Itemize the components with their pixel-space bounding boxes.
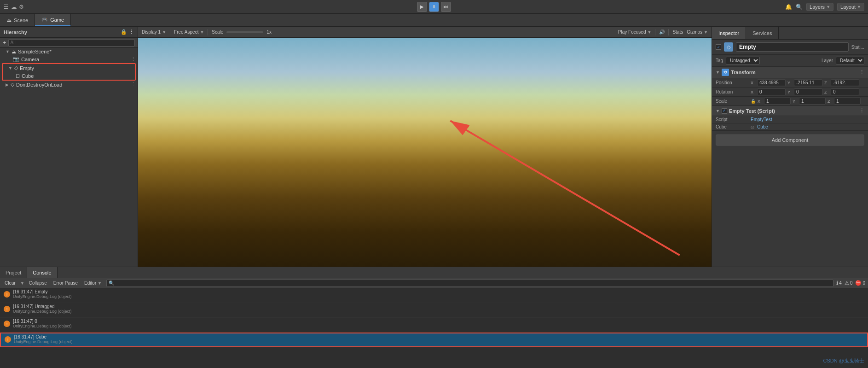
- gizmos-btn[interactable]: Gizmos ▼: [687, 29, 708, 35]
- console-tab-btn[interactable]: Console: [27, 267, 57, 278]
- object-name-input[interactable]: [736, 42, 849, 52]
- pause-button[interactable]: ⏸: [429, 2, 439, 12]
- layer-dropdown[interactable]: Default: [836, 57, 864, 64]
- log-main-2: [16:31:47] 0: [13, 319, 864, 324]
- rotation-z-input[interactable]: [831, 88, 859, 95]
- add-component-button[interactable]: Add Component: [716, 134, 864, 146]
- tag-dropdown[interactable]: Untagged: [726, 57, 760, 64]
- hierarchy-menu-icon[interactable]: ⋮: [129, 29, 134, 35]
- layers-button[interactable]: Layers ▼: [806, 3, 833, 11]
- hamburger-icon[interactable]: ☰: [4, 4, 9, 10]
- log-text-3: [16:31:47] Cube UnityEngine.Debug:Log (o…: [14, 334, 863, 344]
- position-z-group: Z: [824, 79, 859, 86]
- console-toolbar: Clear ▼ Collapse Error Pause Editor ▼ ℹ …: [0, 278, 868, 288]
- stats-label: Stats: [672, 29, 683, 35]
- settings-icon[interactable]: ⚙: [19, 4, 24, 10]
- hierarchy-cube[interactable]: ◻ Cube: [3, 72, 135, 80]
- rotation-x-input[interactable]: [757, 88, 786, 95]
- position-label: Position: [716, 80, 748, 85]
- search-icon[interactable]: 🔍: [796, 4, 803, 10]
- active-checkbox[interactable]: ✓: [716, 44, 721, 50]
- top-bar-right: 🔔 🔍 Layers ▼ Layout ▼: [785, 3, 864, 11]
- dont-destroy-menu[interactable]: ⋮: [131, 82, 136, 88]
- transform-component-header[interactable]: ▼ ⟲ Transform ⋮: [712, 67, 868, 78]
- camera-icon: 📷: [13, 56, 19, 62]
- collapse-button[interactable]: Collapse: [27, 280, 49, 286]
- rotation-z-group: Z: [824, 88, 859, 95]
- script-settings[interactable]: ⋮: [859, 108, 864, 114]
- play-focused-btn[interactable]: Play Focused ▼: [618, 29, 652, 35]
- layer-label: Layer: [822, 58, 833, 63]
- log-item-0[interactable]: ! [16:31:47] Empty UnityEngine.Debug:Log…: [0, 288, 868, 303]
- cube-field-label: Cube: [716, 124, 748, 129]
- scene-icon: ⛰: [6, 18, 12, 23]
- add-component-label: Add Component: [772, 137, 809, 143]
- cloud-icon: ☁: [11, 3, 17, 11]
- scale-z-input[interactable]: [834, 98, 861, 105]
- clear-dropdown[interactable]: ▼: [20, 281, 24, 286]
- log-sub-3: UnityEngine.Debug:Log (object): [14, 339, 863, 344]
- script-enabled-checkbox[interactable]: ✓: [722, 108, 727, 114]
- hierarchy-dont-destroy[interactable]: ▶ ◇ DontDestroyOnLoad ⋮: [0, 81, 138, 88]
- game-toolbar: Display 1 ▼ Free Aspect ▼ Scale 1x Play …: [138, 27, 712, 38]
- position-z-input[interactable]: [831, 79, 859, 86]
- hierarchy-scene-root[interactable]: ▼ ⛰ SampleScene*: [0, 48, 138, 55]
- layers-label: Layers: [810, 4, 825, 10]
- audio-icon[interactable]: 🔊: [659, 29, 665, 35]
- console-search-input[interactable]: [106, 280, 833, 287]
- clear-button[interactable]: Clear: [3, 280, 17, 286]
- empty-expand-icon: ▼: [8, 66, 12, 70]
- camera-menu[interactable]: ⋮: [131, 56, 136, 62]
- scale-prop-label: Scale: [716, 99, 748, 104]
- game-tab[interactable]: 🎮 Game: [35, 14, 71, 26]
- hierarchy-camera[interactable]: 📷 Camera ⋮: [0, 55, 138, 63]
- display-label: Display 1: [142, 29, 161, 35]
- tag-label: Tag: [716, 58, 723, 63]
- script-component-header[interactable]: ▼ ✓ Empty Test (Script) ⋮: [712, 106, 868, 116]
- services-tab[interactable]: Services: [746, 27, 779, 39]
- aspect-selector[interactable]: Free Aspect ▼: [174, 29, 204, 35]
- scene-expand-icon: ▼: [6, 49, 10, 54]
- inspector-tab[interactable]: Inspector: [712, 27, 746, 39]
- log-item-2[interactable]: ! [16:31:47] 0 UnityEngine.Debug:Log (ob…: [0, 318, 868, 333]
- services-tab-label: Services: [752, 30, 772, 36]
- separator1: [170, 29, 170, 35]
- stats-btn[interactable]: Stats: [672, 29, 683, 35]
- hierarchy-empty[interactable]: ▼ ◇ Empty: [3, 64, 135, 72]
- scale-label: Scale: [212, 29, 223, 35]
- console-area: Project Console Clear ▼ Collapse Error P…: [0, 267, 868, 368]
- hierarchy-lock-icon[interactable]: 🔒: [121, 29, 127, 35]
- position-x-input[interactable]: [757, 79, 786, 86]
- scale-y-input[interactable]: [799, 98, 826, 105]
- rotation-y-input[interactable]: [794, 88, 822, 95]
- account-icon[interactable]: 🔔: [785, 4, 792, 10]
- cube-ref-icon: ◎: [751, 125, 754, 129]
- hierarchy-search[interactable]: [8, 39, 135, 47]
- scale-x-input[interactable]: [764, 98, 791, 105]
- scale-lock-icon[interactable]: 🔒: [751, 99, 756, 104]
- project-tab[interactable]: Project: [0, 267, 27, 278]
- sz-axis-label: Z: [827, 99, 833, 104]
- log-item-3[interactable]: ! [16:31:47] Cube UnityEngine.Debug:Log …: [0, 333, 868, 347]
- error-pause-button[interactable]: Error Pause: [52, 280, 80, 286]
- scale-control[interactable]: Scale 1x: [212, 29, 272, 35]
- transform-settings[interactable]: ⋮: [859, 70, 864, 76]
- play-button[interactable]: ▶: [417, 2, 427, 12]
- layout-button[interactable]: Layout ▼: [837, 3, 864, 11]
- error-count: 0: [862, 280, 865, 286]
- editor-button[interactable]: Editor ▼: [82, 280, 104, 286]
- step-button[interactable]: ⏭: [441, 2, 451, 12]
- hierarchy-title: Hierarchy: [4, 29, 27, 35]
- position-y-input[interactable]: [794, 79, 822, 86]
- rotation-row: Rotation X Y Z: [712, 88, 868, 97]
- log-item-1[interactable]: ! [16:31:47] Untagged UnityEngine.Debug:…: [0, 303, 868, 318]
- transform-icon: ⟲: [722, 69, 729, 76]
- aspect-dropdown-icon: ▼: [200, 30, 204, 35]
- display-selector[interactable]: Display 1 ▼: [142, 29, 166, 35]
- cube-icon: ◻: [16, 73, 20, 79]
- scene-tab[interactable]: ⛰ Scene: [0, 14, 35, 26]
- scale-value: 1x: [266, 29, 272, 35]
- layers-dropdown-icon: ▼: [826, 5, 830, 9]
- plus-icon[interactable]: +: [3, 39, 6, 46]
- scale-slider[interactable]: [226, 31, 263, 33]
